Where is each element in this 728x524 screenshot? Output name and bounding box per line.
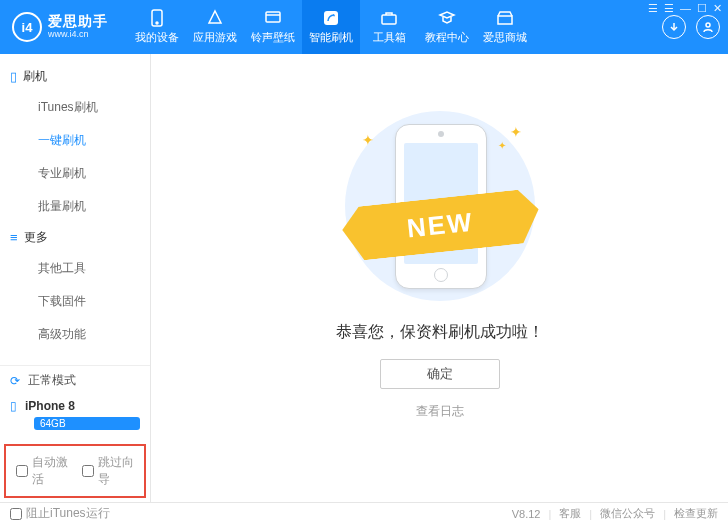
close-icon[interactable]: ✕ [713,2,722,15]
history-icon[interactable]: ☰ [648,2,658,15]
svg-rect-3 [324,11,338,25]
post-flash-options: 自动激活 跳过向导 [4,444,146,498]
brand-url: www.i4.cn [48,30,108,40]
wechat-link[interactable]: 微信公众号 [600,506,655,521]
header-actions [662,15,720,39]
nav-label: 我的设备 [135,30,179,45]
user-button[interactable] [696,15,720,39]
download-button[interactable] [662,15,686,39]
nav-tutorial[interactable]: 教程中心 [418,0,476,54]
nav-apps[interactable]: 应用游戏 [186,0,244,54]
menu-icon: ≡ [10,230,16,245]
sidebar: ▯ 刷机 iTunes刷机 一键刷机 专业刷机 批量刷机 ≡ 更多 其他工具 下… [0,54,151,502]
svg-point-1 [156,22,158,24]
phone-icon: ▯ [10,399,17,413]
svg-rect-4 [382,15,396,24]
logo-badge-icon: i4 [12,12,42,42]
settings-icon[interactable]: ☰ [664,2,674,15]
group-title: 刷机 [23,68,47,85]
sidebar-group-flash[interactable]: ▯ 刷机 [0,62,150,91]
capacity-badge: 64GB [34,417,140,430]
new-ribbon: NEW [336,198,546,252]
auto-activate-checkbox[interactable]: 自动激活 [16,454,68,488]
nav-label: 智能刷机 [309,30,353,45]
device-mode[interactable]: ⟳ 正常模式 [0,365,150,395]
sidebar-item-onekey[interactable]: 一键刷机 [0,124,150,157]
checkbox-label: 自动激活 [32,454,68,488]
apps-icon [206,9,224,27]
group-title: 更多 [24,229,48,246]
flash-icon [322,9,340,27]
nav-my-device[interactable]: 我的设备 [128,0,186,54]
sidebar-item-firmware[interactable]: 下载固件 [0,285,150,318]
nav-ringtone[interactable]: 铃声壁纸 [244,0,302,54]
checkbox-label: 阻止iTunes运行 [26,505,110,522]
footer: 阻止iTunes运行 V8.12 | 客服 | 微信公众号 | 检查更新 [0,502,728,524]
device-info[interactable]: ▯ iPhone 8 64GB [0,395,150,440]
nav-label: 教程中心 [425,30,469,45]
store-icon [496,9,514,27]
sidebar-item-pro[interactable]: 专业刷机 [0,157,150,190]
check-update-link[interactable]: 检查更新 [674,506,718,521]
sidebar-item-other[interactable]: 其他工具 [0,252,150,285]
refresh-icon: ⟳ [10,374,20,388]
brand-name: 爱思助手 [48,14,108,29]
device-name: iPhone 8 [25,399,75,413]
skip-wizard-checkbox[interactable]: 跳过向导 [82,454,134,488]
tutorial-icon [438,9,456,27]
sparkle-icon: ✦ [498,140,506,151]
sidebar-item-batch[interactable]: 批量刷机 [0,190,150,223]
ok-button[interactable]: 确定 [380,359,500,389]
view-log-link[interactable]: 查看日志 [416,403,464,420]
sidebar-item-itunes[interactable]: iTunes刷机 [0,91,150,124]
logo: i4 爱思助手 www.i4.cn [12,12,108,42]
version-label: V8.12 [512,508,541,520]
sparkle-icon: ✦ [510,124,522,140]
nav-label: 应用游戏 [193,30,237,45]
sidebar-group-more[interactable]: ≡ 更多 [0,223,150,252]
svg-point-5 [706,23,710,27]
content: ✦ ✦ ✦ NEW 恭喜您，保资料刷机成功啦！ 确定 查看日志 [151,54,728,502]
support-link[interactable]: 客服 [559,506,581,521]
nav-toolbox[interactable]: 工具箱 [360,0,418,54]
sparkle-icon: ✦ [362,132,374,148]
nav-label: 铃声壁纸 [251,30,295,45]
mode-label: 正常模式 [28,372,76,389]
header: i4 爱思助手 www.i4.cn 我的设备 应用游戏 铃声壁纸 智能刷机 工具… [0,0,728,54]
phone-icon: ▯ [10,69,15,84]
maximize-icon[interactable]: ☐ [697,2,707,15]
nav-flash[interactable]: 智能刷机 [302,0,360,54]
window-controls: ☰ ☰ — ☐ ✕ [648,2,722,15]
svg-rect-2 [266,12,280,22]
top-nav: 我的设备 应用游戏 铃声壁纸 智能刷机 工具箱 教程中心 爱思商城 [128,0,534,54]
minimize-icon[interactable]: — [680,2,691,15]
toolbox-icon [380,9,398,27]
success-message: 恭喜您，保资料刷机成功啦！ [336,322,544,343]
success-illustration: ✦ ✦ ✦ NEW [340,106,540,306]
nav-label: 工具箱 [373,30,406,45]
block-itunes-checkbox[interactable]: 阻止iTunes运行 [10,505,110,522]
device-icon [148,9,166,27]
ringtone-icon [264,9,282,27]
ribbon-text: NEW [406,206,476,244]
sidebar-item-advanced[interactable]: 高级功能 [0,318,150,351]
checkbox-label: 跳过向导 [98,454,134,488]
nav-label: 爱思商城 [483,30,527,45]
nav-store[interactable]: 爱思商城 [476,0,534,54]
